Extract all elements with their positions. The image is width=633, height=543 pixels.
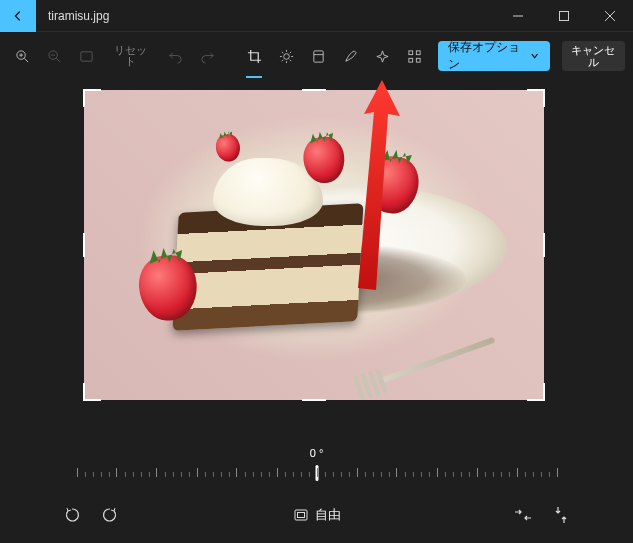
flip-v-icon	[554, 506, 568, 524]
grid-icon	[407, 49, 422, 64]
window-controls	[495, 0, 633, 32]
svg-rect-19	[314, 50, 323, 61]
crop-handle-left[interactable]	[83, 233, 85, 257]
save-options-button[interactable]: 保存オプション	[438, 41, 549, 71]
image-canvas[interactable]	[84, 90, 544, 400]
crop-handle-right[interactable]	[543, 233, 545, 257]
pen-icon	[343, 49, 358, 64]
aspect-icon	[293, 507, 309, 523]
svg-rect-24	[416, 58, 420, 62]
file-name: tiramisu.jpg	[48, 9, 495, 23]
undo-icon	[168, 49, 183, 64]
close-icon	[605, 11, 615, 21]
svg-rect-23	[409, 58, 413, 62]
erase-tool-button[interactable]	[368, 40, 396, 72]
svg-line-7	[56, 58, 60, 62]
filter-tool-button[interactable]	[304, 40, 332, 72]
svg-line-17	[282, 59, 283, 60]
svg-line-18	[290, 51, 291, 52]
rotation-angle-label: 0 °	[310, 447, 324, 459]
svg-rect-1	[560, 11, 569, 20]
rotation-slider-area: 0 °	[0, 441, 633, 487]
markup-tool-button[interactable]	[336, 40, 364, 72]
redo-icon	[200, 49, 215, 64]
adjust-tool-button[interactable]	[272, 40, 300, 72]
titlebar: tiramisu.jpg	[0, 0, 633, 32]
zoom-in-button[interactable]	[8, 40, 36, 72]
chevron-down-icon	[530, 51, 539, 61]
aspect-ratio-button[interactable]: 自由	[293, 506, 341, 524]
zoom-out-button[interactable]	[40, 40, 68, 72]
minimize-icon	[513, 11, 523, 21]
crop-handle-br[interactable]	[527, 383, 545, 401]
aspect-label: 自由	[315, 506, 341, 524]
flip-horizontal-button[interactable]	[511, 503, 535, 527]
toolbar: リセット 保存オプション キャンセル	[0, 32, 633, 80]
photo-content	[84, 90, 544, 400]
rotate-ccw-icon	[64, 507, 80, 523]
rotate-ccw-button[interactable]	[60, 503, 84, 527]
bottom-toolbar: 自由	[0, 497, 633, 533]
crop-handle-bl[interactable]	[83, 383, 101, 401]
svg-line-16	[290, 59, 291, 60]
background-tool-button[interactable]	[400, 40, 428, 72]
crop-handle-top[interactable]	[302, 89, 326, 91]
zoom-out-icon	[47, 49, 62, 64]
svg-rect-27	[297, 513, 304, 518]
rotate-cw-button[interactable]	[98, 503, 122, 527]
brightness-icon	[279, 49, 294, 64]
flip-h-icon	[514, 508, 532, 522]
save-label: 保存オプション	[448, 39, 526, 73]
filter-icon	[311, 49, 326, 64]
arrow-left-icon	[11, 9, 25, 23]
crop-handle-tr[interactable]	[527, 89, 545, 107]
flip-vertical-button[interactable]	[549, 503, 573, 527]
rotation-ruler[interactable]	[77, 463, 557, 481]
svg-rect-9	[80, 51, 91, 60]
crop-handle-tl[interactable]	[83, 89, 101, 107]
cancel-button[interactable]: キャンセル	[562, 41, 625, 71]
svg-line-15	[282, 51, 283, 52]
svg-line-3	[24, 58, 28, 62]
svg-rect-26	[295, 510, 307, 520]
minimize-button[interactable]	[495, 0, 541, 32]
close-button[interactable]	[587, 0, 633, 32]
crop-handle-bottom[interactable]	[302, 399, 326, 401]
fit-icon	[79, 49, 94, 64]
zoom-fit-button[interactable]	[72, 40, 100, 72]
crop-icon	[247, 49, 262, 64]
back-button[interactable]	[0, 0, 36, 32]
reset-button[interactable]: リセット	[104, 45, 157, 67]
svg-rect-22	[416, 50, 420, 54]
maximize-icon	[559, 11, 569, 21]
zoom-in-icon	[15, 49, 30, 64]
svg-rect-21	[409, 50, 413, 54]
rotate-cw-icon	[102, 507, 118, 523]
crop-tool-button[interactable]	[240, 40, 268, 72]
sparkle-icon	[375, 49, 390, 64]
svg-point-10	[283, 53, 289, 59]
maximize-button[interactable]	[541, 0, 587, 32]
redo-button[interactable]	[193, 40, 221, 72]
undo-button[interactable]	[161, 40, 189, 72]
